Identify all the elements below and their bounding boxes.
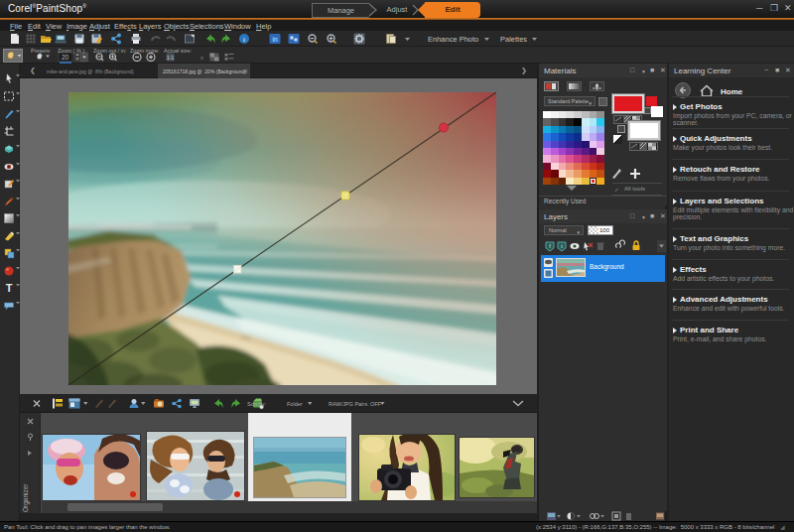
svg-text:T: T <box>6 282 13 294</box>
svg-text:Folder: Folder <box>287 401 303 407</box>
svg-text:1:1: 1:1 <box>167 55 175 61</box>
svg-text:RAW/JPG Pairs: OFF: RAW/JPG Pairs: OFF <box>329 401 382 407</box>
svg-text:x: x <box>200 55 203 61</box>
svg-text:i: i <box>243 36 245 44</box>
svg-text:Organizer: Organizer <box>22 483 30 512</box>
svg-text:20: 20 <box>62 54 69 61</box>
svg-text:in: in <box>272 36 277 43</box>
svg-text:Sort by:: Sort by: <box>247 401 266 407</box>
svg-text:Enhance Photo: Enhance Photo <box>428 35 478 44</box>
svg-text:Palettes: Palettes <box>500 35 527 44</box>
